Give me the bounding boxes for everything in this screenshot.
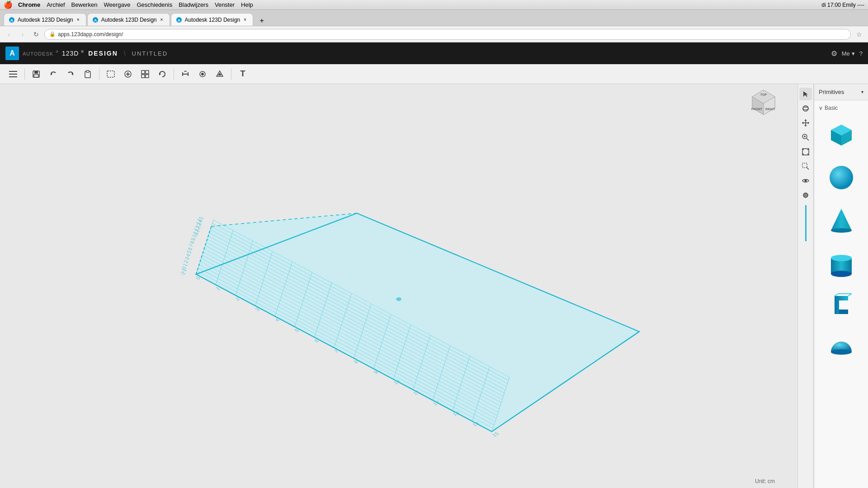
tab-1-close[interactable]: ×	[75, 17, 81, 23]
svg-marker-131	[831, 209, 852, 230]
bookmark-button[interactable]: ☆	[854, 29, 864, 40]
sphere-primitive[interactable]	[821, 157, 862, 198]
forward-button[interactable]: ›	[17, 29, 28, 40]
canvas-area[interactable]: TOP FRONT RIGHT	[0, 84, 797, 488]
fit-tool-button[interactable]	[799, 145, 812, 158]
refresh-button[interactable]: ↻	[31, 29, 42, 40]
orbit-tool-button[interactable]	[799, 102, 812, 115]
solid-button[interactable]	[212, 66, 227, 82]
svg-text:A: A	[177, 18, 180, 23]
sep-4	[231, 69, 231, 80]
settings-icon[interactable]: ⚙	[831, 49, 837, 58]
svg-rect-121	[802, 163, 807, 168]
render-button[interactable]	[799, 189, 812, 202]
chrome-menu[interactable]: Chrome	[18, 1, 40, 8]
macos-menubar: 🍎 Chrome Archief Bewerken Weergave Gesch…	[0, 0, 868, 10]
svg-point-130	[830, 166, 853, 189]
me-dropdown[interactable]: Me ▾	[842, 50, 855, 57]
section-collapse-icon[interactable]: ∨	[819, 105, 823, 111]
main-toolbar: T	[0, 64, 868, 84]
torus-primitive[interactable]	[821, 285, 862, 325]
svg-point-123	[805, 180, 807, 182]
svg-rect-15	[86, 70, 89, 72]
brand-123d: 123D	[62, 50, 79, 57]
cone-primitive[interactable]	[821, 200, 862, 240]
accent-bar	[805, 205, 807, 241]
unit-display: Unit: cm	[755, 478, 775, 484]
refresh-3d-button[interactable]	[155, 66, 170, 82]
select-tool-button[interactable]	[799, 88, 812, 100]
svg-rect-6	[9, 71, 17, 72]
rectangle-select-button[interactable]	[103, 66, 118, 82]
svg-rect-7	[9, 74, 17, 75]
redo-button[interactable]	[63, 66, 78, 82]
svg-text:A: A	[94, 18, 97, 23]
weergave-menu[interactable]: Weergave	[104, 1, 130, 8]
new-tab-button[interactable]: +	[256, 16, 268, 26]
svg-point-114	[803, 106, 808, 111]
svg-point-78	[396, 297, 401, 301]
sep-2	[99, 69, 99, 80]
back-button[interactable]: ‹	[4, 29, 14, 40]
tab-1[interactable]: A Autodesk 123D Design ×	[4, 13, 86, 26]
zoom-tool-button[interactable]	[799, 131, 812, 144]
svg-marker-113	[803, 91, 808, 97]
basic-section-header: ∨ Basic	[814, 103, 868, 113]
help-menu[interactable]: Help	[241, 1, 253, 8]
lock-icon: 🔒	[49, 31, 56, 37]
autodesk-logo: A	[5, 47, 19, 60]
svg-rect-11	[34, 75, 38, 77]
right-toolbar	[797, 84, 814, 488]
header-right: ⚙ Me ▾ ?	[831, 49, 863, 58]
svg-rect-21	[146, 70, 149, 74]
cylinder-primitive[interactable]	[821, 242, 862, 283]
svg-line-117	[807, 138, 809, 141]
apple-menu[interactable]: 🍎	[4, 0, 13, 9]
text-button[interactable]: T	[235, 66, 250, 82]
svg-line-122	[807, 167, 809, 169]
add-button[interactable]	[120, 66, 136, 82]
visibility-button[interactable]	[799, 174, 812, 187]
pan-tool-button[interactable]	[799, 117, 812, 129]
undo-button[interactable]	[46, 66, 61, 82]
primitives-expand-icon[interactable]: ▾	[861, 89, 863, 94]
primitives-basic-section: ∨ Basic	[814, 100, 868, 372]
venster-menu[interactable]: Venster	[215, 1, 235, 8]
menu-button[interactable]	[5, 66, 21, 82]
svg-rect-22	[142, 75, 145, 78]
url-bar[interactable]: 🔒 apps.123dapp.com/design/	[44, 29, 851, 40]
tab-3-close[interactable]: ×	[242, 17, 248, 23]
primitives-grid	[814, 113, 868, 370]
hemisphere-primitive[interactable]	[821, 327, 862, 368]
transform-button[interactable]	[137, 66, 153, 82]
tab-2-close[interactable]: ×	[159, 17, 165, 23]
document-title: UNTITLED	[132, 50, 168, 57]
primitives-panel: Primitives ▾ ∨ Basic	[814, 84, 868, 488]
tab-1-favicon: A	[9, 17, 15, 23]
tab-2[interactable]: A Autodesk 123D Design ×	[87, 13, 170, 26]
tab-2-favicon: A	[92, 17, 99, 23]
bladwijzers-menu[interactable]: Bladwijzers	[179, 1, 208, 8]
tab-1-title: Autodesk 123D Design	[18, 17, 73, 23]
combine-button[interactable]	[178, 66, 193, 82]
menubar-right: di 17:00 Emily ----	[821, 2, 864, 8]
help-button[interactable]: ?	[859, 50, 863, 57]
archief-menu[interactable]: Archief	[47, 1, 65, 8]
brand-design: DESIGN	[88, 50, 118, 57]
app-title: AUTODESK ® 123D ® DESIGN \ UNTITLED	[23, 50, 168, 57]
svg-point-115	[803, 107, 808, 110]
box-primitive[interactable]	[821, 115, 862, 155]
save-button[interactable]	[28, 66, 44, 82]
tab-2-title: Autodesk 123D Design	[101, 17, 157, 23]
clipboard-button[interactable]	[80, 66, 95, 82]
tab-3[interactable]: A Autodesk 123D Design ×	[171, 13, 254, 26]
url-text: apps.123dapp.com/design/	[58, 31, 123, 38]
geschiedenis-menu[interactable]: Geschiedenis	[137, 1, 172, 8]
bewerken-menu[interactable]: Bewerken	[71, 1, 98, 8]
tab-3-favicon: A	[176, 17, 182, 23]
group-button[interactable]	[195, 66, 210, 82]
chrome-tab-bar: A Autodesk 123D Design × A Autodesk 123D…	[0, 10, 868, 26]
svg-rect-10	[34, 71, 38, 74]
sep-3	[174, 69, 174, 80]
zoom-region-button[interactable]	[799, 160, 812, 173]
